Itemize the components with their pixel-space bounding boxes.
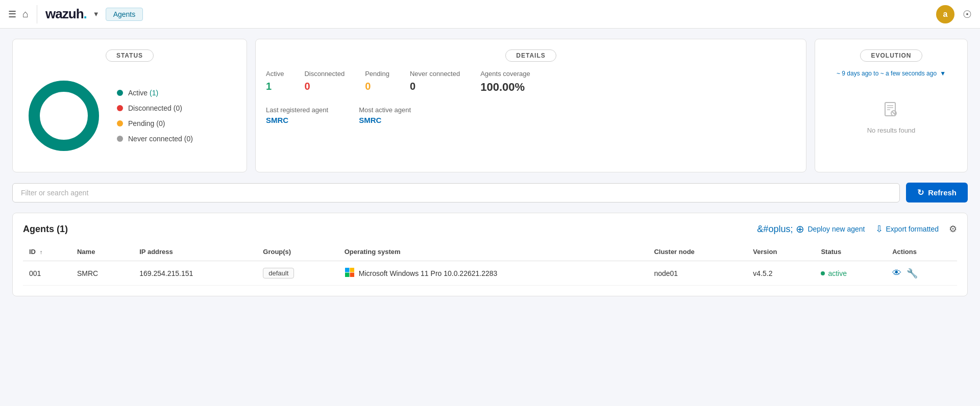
chevron-down-icon: ▼ [940, 70, 946, 77]
no-results-text: No results found [867, 126, 916, 134]
plus-circle-icon: &#oplus; [757, 224, 793, 235]
donut-svg [23, 75, 105, 157]
view-agent-button[interactable]: 👁 [892, 268, 901, 278]
details-card: DETAILS Active 1 Disconnected 0 Pending … [255, 39, 806, 172]
stat-coverage-value: 100.00% [480, 81, 530, 94]
cell-id: 001 [23, 261, 71, 286]
col-id[interactable]: ID ↑ [23, 243, 71, 261]
col-actions: Actions [886, 243, 957, 261]
wrench-icon: 🔧 [906, 268, 918, 278]
stat-coverage: Agents coverage 100.00% [480, 70, 530, 94]
stat-never: Never connected 0 [410, 70, 460, 94]
search-input[interactable] [12, 183, 900, 202]
os-cell: Microsoft Windows 11 Pro 10.0.22621.2283 [345, 267, 642, 279]
legend-item-never: Never connected (0) [117, 135, 193, 143]
windows-icon [345, 267, 355, 279]
agents-table: ID ↑ Name IP address Group(s) Operating … [23, 243, 957, 286]
col-cluster: Cluster node [648, 243, 747, 261]
deploy-icon: ⊕ [796, 224, 804, 234]
legend-label-disconnected: Disconnected (0) [128, 104, 182, 112]
configure-agent-button[interactable]: 🔧 [906, 268, 918, 279]
svg-rect-7 [345, 268, 350, 272]
row-actions: 👁 🔧 [892, 268, 951, 279]
agents-badge[interactable]: Agents [106, 8, 143, 21]
evolution-header-pill: EVOLUTION [860, 49, 922, 62]
table-row: 001 SMRC 169.254.215.151 default [23, 261, 957, 286]
search-row: ↻ Refresh [12, 183, 968, 202]
nav-dropdown[interactable]: ▼ [93, 10, 100, 18]
most-active-label: Most active agent [359, 106, 411, 114]
disconnected-dot [117, 105, 123, 111]
evolution-time-label: ~ 9 days ago to ~ a few seconds ago [837, 70, 937, 77]
cell-status: active [815, 261, 886, 286]
pending-dot [117, 120, 123, 126]
home-icon[interactable]: ⌂ [22, 8, 29, 20]
active-dot [117, 90, 123, 96]
download-icon: ⇩ [875, 223, 883, 235]
legend-item-disconnected: Disconnected (0) [117, 104, 193, 112]
details-card-header: DETAILS [266, 49, 796, 62]
most-active-name[interactable]: SMRC [359, 116, 411, 124]
table-settings-button[interactable]: ⚙ [949, 223, 957, 235]
table-header-row: ID ↑ Name IP address Group(s) Operating … [23, 243, 957, 261]
topnav-right: a ☉ [936, 5, 972, 23]
refresh-label: Refresh [928, 188, 957, 197]
stat-active: Active 1 [266, 70, 284, 94]
settings-icon[interactable]: ☉ [963, 8, 972, 20]
stat-never-value: 0 [410, 81, 460, 92]
evolution-card: EVOLUTION ~ 9 days ago to ~ a few second… [815, 39, 968, 172]
evolution-no-results: No results found [825, 85, 957, 149]
stat-pending-value: 0 [365, 81, 389, 92]
agents-card-header: Agents (1) &#oplus; ⊕ Deploy new agent ⇩… [23, 223, 957, 235]
most-active-agent: Most active agent SMRC [359, 106, 411, 124]
col-status: Status [815, 243, 886, 261]
sort-icon-id: ↑ [40, 249, 43, 255]
last-registered-name[interactable]: SMRC [266, 116, 328, 124]
refresh-icon: ↻ [917, 188, 924, 197]
evolution-time-range[interactable]: ~ 9 days ago to ~ a few seconds ago ▼ [825, 70, 957, 77]
col-name: Name [71, 243, 133, 261]
cell-groups: default [257, 261, 338, 286]
search-input-wrapper [12, 183, 900, 202]
agents-title: Agents (1) [23, 224, 68, 235]
last-registered-label: Last registered agent [266, 106, 328, 114]
cell-actions: 👁 🔧 [886, 261, 957, 286]
status-header-pill: STATUS [106, 49, 154, 62]
os-name: Microsoft Windows 11 Pro 10.0.22621.2283 [359, 269, 498, 277]
avatar[interactable]: a [936, 5, 954, 23]
refresh-button[interactable]: ↻ Refresh [906, 183, 968, 202]
gear-icon: ⚙ [949, 224, 957, 234]
main-content: STATUS Active (1) Disconnect [0, 29, 980, 307]
svg-rect-8 [350, 268, 354, 272]
logo-period: . [84, 6, 87, 21]
cell-os: Microsoft Windows 11 Pro 10.0.22621.2283 [338, 261, 648, 286]
legend-label-pending: Pending (0) [128, 119, 165, 128]
status-content: Active (1) Disconnected (0) Pending (0) … [23, 70, 236, 162]
last-registered-agent: Last registered agent SMRC [266, 106, 328, 124]
never-dot [117, 136, 123, 142]
cards-row: STATUS Active (1) Disconnect [12, 39, 968, 172]
status-card: STATUS Active (1) Disconnect [12, 39, 247, 172]
col-version: Version [747, 243, 815, 261]
col-ip: IP address [133, 243, 257, 261]
export-label: Export formatted [886, 225, 939, 233]
export-formatted-button[interactable]: ⇩ Export formatted [875, 223, 939, 235]
stat-disconnected: Disconnected 0 [304, 70, 345, 94]
svg-rect-10 [350, 273, 354, 277]
table-head: ID ↑ Name IP address Group(s) Operating … [23, 243, 957, 261]
nav-divider [37, 5, 37, 23]
table-body: 001 SMRC 169.254.215.151 default [23, 261, 957, 286]
logo: wazuh. [45, 6, 87, 22]
topnav: ☰ ⌂ wazuh. ▼ Agents a ☉ [0, 0, 980, 29]
legend-item-pending: Pending (0) [117, 119, 193, 128]
hamburger-icon[interactable]: ☰ [8, 9, 16, 20]
agents-table-card: Agents (1) &#oplus; ⊕ Deploy new agent ⇩… [12, 213, 968, 296]
stat-never-label: Never connected [410, 70, 460, 78]
deploy-new-agent-button[interactable]: &#oplus; ⊕ Deploy new agent [757, 224, 865, 235]
deploy-label: Deploy new agent [807, 225, 865, 233]
legend-label-active: Active (1) [128, 89, 158, 97]
donut-chart [23, 75, 105, 157]
svg-point-1 [34, 86, 93, 145]
status-card-header: STATUS [23, 49, 236, 62]
dropdown-icon: ▼ [93, 10, 100, 18]
